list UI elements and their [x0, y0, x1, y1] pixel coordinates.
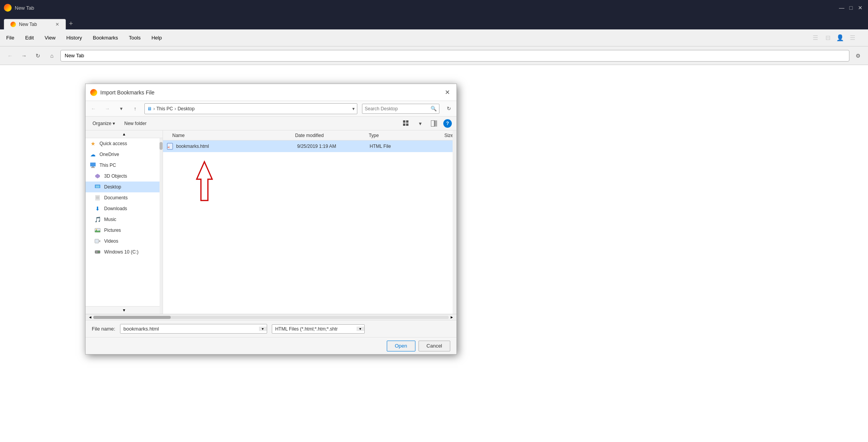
filename-dropdown-btn[interactable]: ▾ — [259, 327, 267, 331]
settings-icon[interactable]: ⚙ — [853, 50, 863, 61]
menu-bar: File Edit View History Bookmarks Tools H… — [0, 29, 868, 46]
organize-btn[interactable]: Organize ▾ — [90, 119, 117, 128]
scroll-left-btn[interactable]: ◄ — [87, 314, 93, 320]
sidebar-item-onedrive[interactable]: ☁ OneDrive — [86, 149, 163, 160]
filename-label: File name: — [92, 326, 115, 332]
toolbar-back-btn[interactable]: ← — [89, 104, 98, 113]
svg-rect-11 — [96, 185, 99, 188]
sidebar-item-desktop[interactable]: Desktop — [86, 182, 163, 192]
import-dialog-icon — [90, 89, 97, 96]
back-btn[interactable]: ← — [5, 50, 15, 61]
file-name-text: bookmarks.html — [176, 144, 297, 149]
organize-row: Organize ▾ New folder ▾ — [86, 116, 456, 130]
onedrive-icon: ☁ — [89, 151, 96, 158]
minimize-browser-btn[interactable]: — — [838, 4, 846, 12]
hamburger-menu-icon[interactable]: ☰ — [847, 33, 858, 43]
browser-window: New Tab — □ ✕ New Tab ✕ + File Edit View… — [0, 0, 868, 442]
sidebar-item-3d-objects[interactable]: 3D Objects — [86, 171, 163, 182]
preview-pane-btn[interactable] — [429, 119, 439, 128]
new-tab-btn[interactable]: + — [69, 20, 73, 28]
col-header-name[interactable]: Name — [172, 133, 295, 138]
toolbar-forward-btn[interactable]: → — [103, 104, 112, 113]
sidebar-item-pictures[interactable]: Pictures — [86, 225, 163, 236]
col-header-type[interactable]: Type — [369, 133, 430, 138]
import-dialog-title: Import Bookmarks File — [100, 89, 439, 96]
synced-tabs-icon[interactable]: ⊟ — [822, 33, 833, 43]
open-btn[interactable]: Open — [387, 341, 415, 351]
file-pane-scrollbar — [453, 130, 456, 314]
breadcrumb-separator1: › — [153, 106, 155, 111]
menu-file[interactable]: File — [4, 33, 17, 42]
col-header-date[interactable]: Date modified — [295, 133, 369, 138]
menu-view[interactable]: View — [42, 33, 58, 42]
import-dialog: Import Bookmarks File ✕ ← → ▾ ↑ 🖥 › This… — [85, 84, 457, 355]
forward-btn[interactable]: → — [19, 50, 29, 61]
library-icon[interactable]: ☰ — [810, 33, 821, 43]
toolbar-recent-btn[interactable]: ▾ — [117, 104, 126, 113]
search-icon: 🔍 — [431, 106, 437, 111]
menu-tools[interactable]: Tools — [127, 33, 143, 42]
breadcrumb-desktop[interactable]: Desktop — [178, 106, 195, 111]
file-row-bookmarks[interactable]: e| bookmarks.html 9/25/2019 1:19 AM HTML… — [163, 140, 456, 152]
horizontal-scrollbar[interactable] — [93, 316, 449, 319]
breadcrumb-thispc[interactable]: This PC — [156, 106, 173, 111]
file-toolbar: ← → ▾ ↑ 🖥 › This PC › Desktop ▾ 🔍 ↻ — [86, 101, 456, 116]
menu-help[interactable]: Help — [149, 33, 164, 42]
refresh-btn[interactable]: ↻ — [33, 50, 43, 61]
sidebar-item-downloads[interactable]: ⬇ Downloads — [86, 203, 163, 214]
sidebar-item-this-pc[interactable]: This PC — [86, 160, 163, 171]
documents-icon — [94, 194, 101, 201]
search-input[interactable] — [365, 106, 429, 111]
scroll-right-btn[interactable]: ► — [449, 314, 455, 320]
close-browser-btn[interactable]: ✕ — [856, 4, 864, 12]
breadcrumb-icon: 🖥 — [147, 106, 152, 111]
tab-close-btn[interactable]: ✕ — [55, 22, 59, 27]
browser-content: Import Bookmarks File ✕ ← → ▾ ↑ 🖥 › This… — [0, 65, 868, 442]
svg-rect-2 — [403, 123, 405, 126]
tab-favicon — [10, 22, 16, 27]
quick-access-icon: ★ — [89, 140, 96, 147]
sidebar-scroll-up[interactable]: ▲ — [86, 130, 163, 138]
sidebar-scroll-down[interactable]: ▼ — [86, 306, 163, 314]
toolbar-up-btn[interactable]: ↑ — [130, 104, 140, 113]
import-close-btn[interactable]: ✕ — [443, 88, 452, 97]
sidebar-item-music[interactable]: 🎵 Music — [86, 214, 163, 225]
menu-edit[interactable]: Edit — [23, 33, 36, 42]
column-headers: Name Date modified Type Size — [163, 130, 456, 140]
menu-bookmarks[interactable]: Bookmarks — [91, 33, 120, 42]
sidebar-item-quick-access[interactable]: ★ Quick access — [86, 138, 163, 149]
address-bar[interactable] — [60, 50, 849, 62]
tab-title: New Tab — [19, 22, 37, 27]
h-scrollbar-thumb — [93, 316, 171, 319]
breadcrumb[interactable]: 🖥 › This PC › Desktop ▾ — [144, 103, 357, 114]
sidebar-label-videos: Videos — [104, 238, 118, 244]
view-dropdown-btn[interactable]: ▾ — [415, 119, 425, 128]
sidebar-item-documents[interactable]: Documents — [86, 192, 163, 203]
maximize-browser-btn[interactable]: □ — [847, 4, 855, 12]
svg-rect-1 — [406, 120, 408, 123]
music-icon: 🎵 — [94, 216, 101, 223]
filename-input[interactable] — [120, 324, 259, 333]
toolbar-refresh-btn[interactable]: ↻ — [444, 104, 453, 113]
active-tab[interactable]: New Tab ✕ — [4, 19, 66, 29]
account-icon[interactable]: 👤 — [835, 33, 846, 43]
pictures-icon — [94, 227, 101, 234]
file-icon-html: e| — [166, 142, 174, 150]
new-folder-btn[interactable]: New folder — [122, 119, 149, 128]
3d-objects-icon — [94, 173, 101, 180]
menu-history[interactable]: History — [64, 33, 84, 42]
home-btn[interactable]: ⌂ — [46, 50, 57, 61]
col-header-size[interactable]: Size — [430, 133, 453, 138]
sidebar-label-music: Music — [104, 217, 116, 222]
view-options-btn[interactable] — [401, 119, 411, 128]
filetype-dropdown-btn[interactable]: ▾ — [357, 327, 364, 331]
breadcrumb-dropdown-btn[interactable]: ▾ — [352, 106, 355, 111]
sidebar-item-videos[interactable]: Videos — [86, 236, 163, 247]
svg-marker-21 — [99, 240, 100, 242]
svg-rect-4 — [431, 120, 434, 127]
sidebar-item-windows10[interactable]: Windows 10 (C:) — [86, 247, 163, 257]
cancel-btn[interactable]: Cancel — [419, 341, 450, 351]
sidebar-scroll-thumb — [160, 142, 163, 150]
firefox-logo — [4, 4, 12, 12]
help-btn[interactable]: ? — [443, 119, 452, 128]
